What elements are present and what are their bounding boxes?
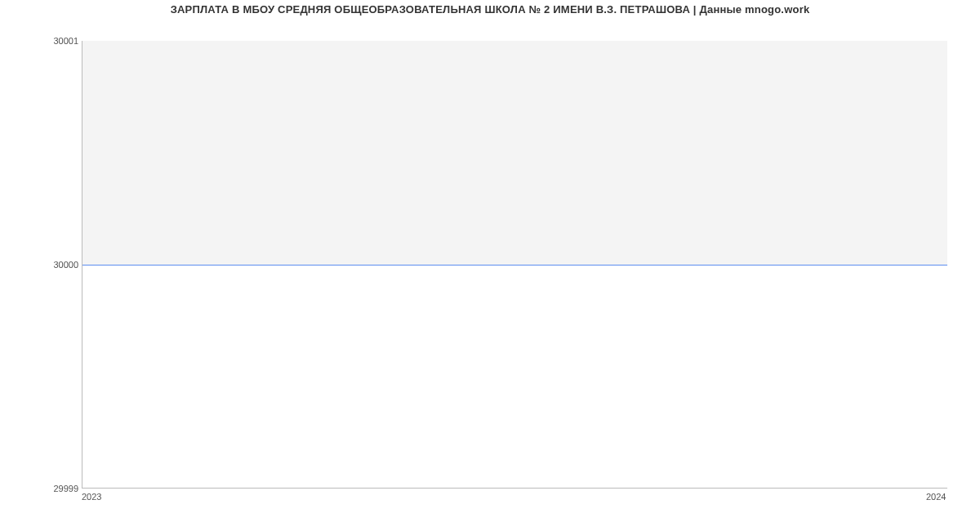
y-tick-mid: 30000: [5, 260, 78, 270]
chart-container: ЗАРПЛАТА В МБОУ СРЕДНЯЯ ОБЩЕОБРАЗОВАТЕЛЬ…: [0, 0, 980, 531]
plot-grid-upper: [82, 41, 947, 265]
chart-title: ЗАРПЛАТА В МБОУ СРЕДНЯЯ ОБЩЕОБРАЗОВАТЕЛЬ…: [0, 3, 980, 16]
data-line: [82, 265, 947, 266]
y-tick-top: 30001: [5, 36, 78, 46]
x-tick-end: 2024: [926, 492, 946, 502]
x-tick-start: 2023: [82, 492, 101, 502]
plot-area: [82, 41, 947, 489]
y-tick-bottom: 29999: [5, 484, 78, 493]
